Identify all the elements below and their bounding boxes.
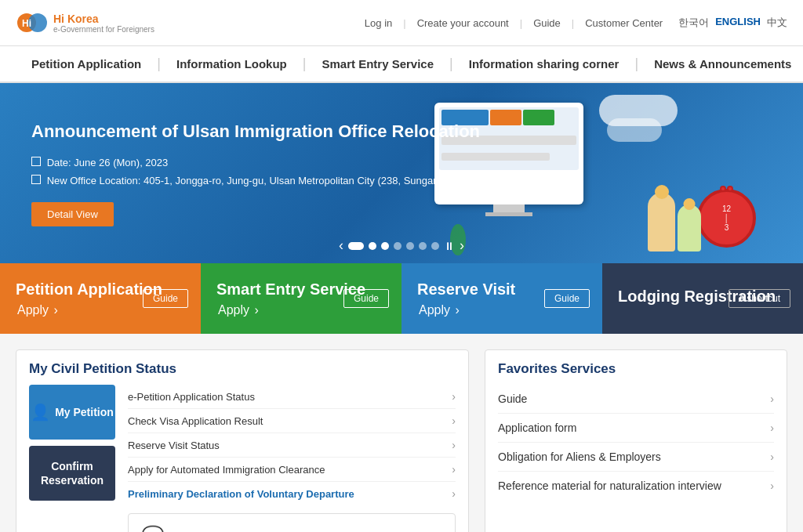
dot-1[interactable] [348,242,364,250]
civil-petition-section: My Civil Petition Status 👤 My Petition C… [16,349,469,532]
favorites-title: Favorites Services [485,350,787,385]
card-petition-guide-btn[interactable]: Guide [143,289,188,308]
civil-section-title: My Civil Petition Status [16,350,468,385]
chat-icon: 💬 [141,525,165,532]
qna-box[interactable]: 💬 Q&A › [128,513,456,532]
service-card-lodging[interactable]: Lodging Registration A shortcut [602,263,803,334]
hero-date: Date: June 26 (Mon), 2023 [47,157,169,168]
hero-title: Announcement of Ulsan Immigration Office… [31,120,772,144]
dot-4[interactable] [394,242,402,250]
fav-item-application-form[interactable]: Application form › [498,414,774,443]
service-card-petition[interactable]: Petition Application Apply › Guide [0,263,201,334]
customer-center-link[interactable]: Customer Center [585,17,663,29]
favorites-section: Favorites Services Guide › Application f… [485,349,787,532]
fav-chevron-4: › [770,480,774,492]
list-item-epetition[interactable]: e-Petition Application Status › [128,385,456,409]
dot-7[interactable] [431,242,439,250]
logo-icon: Hi [16,6,49,39]
list-item-immigration[interactable]: Apply for Automated Immigration Clearanc… [128,458,456,482]
logo-name: Hi Korea [53,13,154,25]
confirm-reservation-button[interactable]: Confirm Reservation [29,446,115,501]
hero-banner: Announcement of Ulsan Immigration Office… [0,83,803,263]
service-cards: Petition Application Apply › Guide Smart… [0,263,803,334]
card-reserve-guide-btn[interactable]: Guide [544,289,590,308]
list-item-visa[interactable]: Check Visa Application Result › [128,409,456,433]
top-bar: Hi Hi Korea e-Government for Foreigners … [0,0,803,46]
list-item-declaration[interactable]: Preliminary Declaration of Voluntary Dep… [128,482,456,505]
fav-chevron-1: › [770,393,774,405]
nav-smart-entry-service[interactable]: Smart Entry Service [306,46,449,81]
list-item-reserve[interactable]: Reserve Visit Status › [128,433,456,458]
fav-item-guide[interactable]: Guide › [498,385,774,414]
favorites-list: Guide › Application form › Obligation fo… [485,385,787,512]
civil-body: 👤 My Petition Confirm Reservation e-Peti… [16,385,468,532]
lang-english[interactable]: ENGLISH [715,16,761,30]
qna-label: Q&A [173,530,198,533]
logo[interactable]: Hi Hi Korea e-Government for Foreigners [16,6,154,39]
person-icon: 👤 [31,403,50,422]
top-links: Log in | Create your account | Guide | C… [365,17,663,29]
checkbox-icon [31,157,41,166]
chevron-icon-4: › [452,463,456,476]
nav-news-announcements[interactable]: News & Announcements [638,46,803,81]
nav-information-sharing[interactable]: Information sharing corner [453,46,635,81]
lang-chinese[interactable]: 中文 [767,16,787,30]
dot-5[interactable] [406,242,414,250]
hero-info: Date: June 26 (Mon), 2023 New Office Loc… [31,154,772,190]
detail-view-button[interactable]: Detail View [31,202,114,226]
fav-chevron-2: › [770,422,774,434]
main-nav: Petition Application | Information Looku… [0,46,803,83]
petition-action-buttons: 👤 My Petition Confirm Reservation [29,385,115,532]
main-content: My Civil Petition Status 👤 My Petition C… [0,334,803,532]
hero-content: Announcement of Ulsan Immigration Office… [0,104,803,243]
petition-list: e-Petition Application Status › Check Vi… [128,385,456,505]
lang-korean[interactable]: 한국어 [678,16,709,30]
chevron-icon-5: › [452,487,456,500]
svg-text:Hi: Hi [22,18,31,29]
chevron-icon-2: › [452,414,456,427]
dot-6[interactable] [419,242,427,250]
login-link[interactable]: Log in [365,17,392,29]
card-lodging-shortcut-btn[interactable]: A shortcut [729,289,790,308]
fav-chevron-3: › [770,451,774,463]
service-card-reserve[interactable]: Reserve Visit Apply › Guide [402,263,602,334]
dot-3[interactable] [381,242,389,250]
logo-subtext: e-Government for Foreigners [53,25,154,34]
nav-petition-application[interactable]: Petition Application [16,46,157,81]
my-petition-button[interactable]: 👤 My Petition [29,385,115,440]
fav-item-obligation[interactable]: Obligation for Aliens & Employers › [498,443,774,472]
nav-information-lookup[interactable]: Information Lookup [161,46,303,81]
chevron-icon-3: › [452,439,456,451]
service-card-smart-entry[interactable]: Smart Entry Service Apply › Guide [201,263,402,334]
dot-2[interactable] [369,242,376,250]
create-account-link[interactable]: Create your account [417,17,509,29]
hero-location: New Office Location: 405-1, Jongga-ro, J… [47,175,468,186]
language-selector: 한국어 ENGLISH 中文 [678,16,787,30]
checkbox-icon-2 [31,175,41,184]
chevron-icon: › [452,390,456,403]
card-smart-guide-btn[interactable]: Guide [343,289,389,308]
guide-link[interactable]: Guide [533,17,561,29]
fav-item-reference[interactable]: Reference material for naturalization in… [498,472,774,500]
